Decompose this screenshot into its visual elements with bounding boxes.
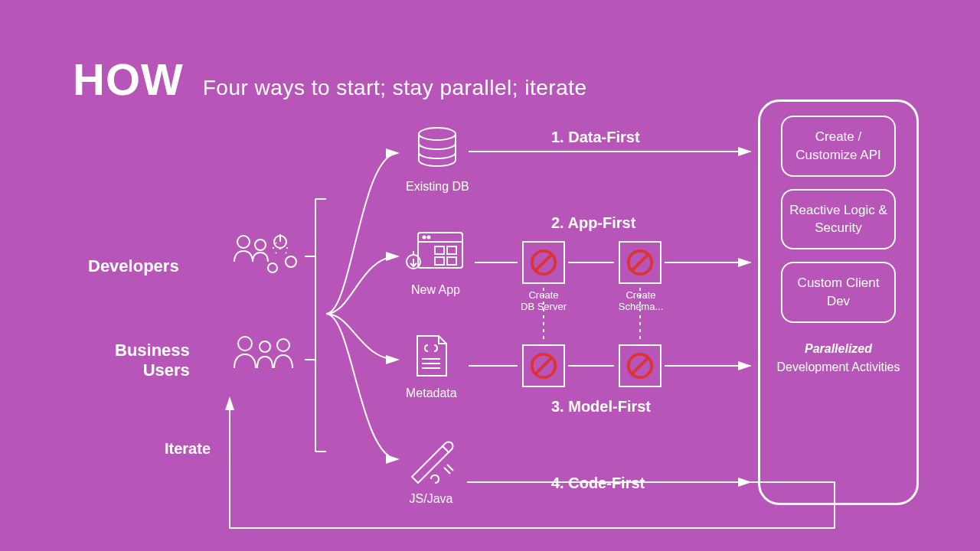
iterate-label: Iterate	[165, 440, 211, 458]
new-app-icon: New App	[406, 230, 466, 297]
activity-api: Create / Customize API	[781, 116, 896, 177]
svg-point-3	[286, 256, 296, 267]
code-label: JS/Java	[406, 492, 456, 506]
title-big: HOW	[73, 54, 184, 105]
approach-3: 3. Model-First	[551, 398, 651, 416]
developers-icon	[230, 230, 300, 286]
approach-4: 4. Code-First	[551, 474, 645, 492]
svg-point-1	[255, 240, 266, 250]
svg-point-10	[423, 236, 426, 239]
svg-point-0	[237, 236, 250, 248]
approach-2: 2. App-First	[551, 214, 635, 232]
svg-rect-13	[447, 246, 456, 254]
role-business: BusinessUsers	[115, 341, 190, 381]
skip-label-db: CreateDB Server	[517, 289, 570, 312]
svg-point-5	[238, 337, 252, 350]
metadata-icon: Metadata	[406, 333, 457, 400]
activities-panel: Create / Customize API Reactive Logic & …	[758, 99, 919, 505]
svg-rect-15	[447, 257, 456, 265]
activity-logic: Reactive Logic & Security	[781, 189, 896, 250]
skip-box-1	[522, 241, 565, 284]
slide-title: HOW Four ways to start; stay parallel; i…	[73, 54, 587, 105]
role-developers: Developers	[88, 256, 179, 276]
svg-rect-14	[435, 257, 444, 265]
svg-rect-12	[435, 246, 444, 254]
title-sub: Four ways to start; stay parallel; itera…	[203, 76, 587, 100]
svg-point-11	[428, 236, 430, 239]
skip-box-4	[619, 344, 662, 387]
activities-caption: Parallelized Development Activities	[777, 340, 900, 377]
skip-box-3	[522, 344, 565, 387]
svg-line-24	[632, 358, 648, 374]
svg-point-7	[277, 339, 289, 351]
existing-db-label: Existing DB	[406, 180, 469, 194]
code-icon: JS/Java	[406, 440, 456, 506]
svg-point-8	[419, 128, 456, 140]
svg-point-6	[260, 341, 270, 352]
business-users-icon	[230, 333, 300, 382]
new-app-label: New App	[406, 283, 466, 297]
existing-db-icon: Existing DB	[406, 126, 469, 194]
skip-label-schema: CreateSchema...	[614, 289, 668, 312]
svg-line-20	[632, 255, 648, 271]
svg-line-18	[536, 255, 552, 271]
approach-1: 1. Data-First	[551, 129, 640, 146]
skip-box-2	[619, 241, 662, 284]
svg-line-22	[536, 358, 552, 374]
metadata-label: Metadata	[406, 386, 457, 400]
activity-client: Custom Client Dev	[781, 262, 896, 323]
svg-point-4	[268, 263, 277, 272]
